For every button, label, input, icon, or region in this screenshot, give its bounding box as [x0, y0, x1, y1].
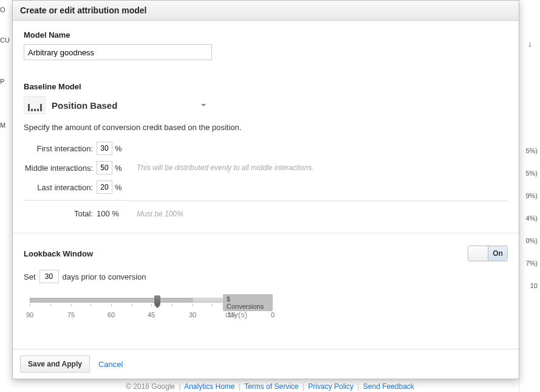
lookback-toggle-on[interactable]: On	[488, 246, 507, 261]
save-and-apply-button[interactable]: Save and Apply	[20, 356, 90, 373]
lookback-days-input[interactable]	[39, 270, 59, 283]
total-label: Total:	[24, 200, 97, 218]
lookback-window-label: Lookback Window	[24, 249, 93, 258]
page-footer: © 2016 Google | Analytics Home | Terms o…	[0, 381, 540, 392]
cancel-button[interactable]: Cancel	[98, 360, 123, 369]
modal-footer: Save and Apply Cancel	[13, 349, 519, 379]
days-unit-label: day(s)	[225, 310, 247, 319]
attribution-model-modal: Create or edit attribution model Model N…	[12, 0, 519, 379]
last-interaction-input[interactable]	[97, 181, 112, 194]
position-description: Specify the amount of conversion credit …	[24, 123, 508, 132]
background-left-column: O CU P M	[0, 0, 12, 392]
total-value: 100 %	[97, 200, 127, 218]
baseline-model-value: Position Based	[52, 100, 117, 111]
footer-link-privacy[interactable]: Privacy Policy	[308, 382, 354, 391]
baseline-model-dropdown[interactable]: Position Based	[52, 100, 206, 111]
footer-link-feedback[interactable]: Send Feedback	[363, 382, 414, 391]
model-name-label: Model Name	[24, 30, 508, 40]
total-hint: Must be 100%	[127, 201, 508, 218]
lookback-toggle-off[interactable]	[468, 246, 488, 261]
slider-active-region	[30, 298, 193, 303]
middle-interactions-label: Middle interactions:	[24, 163, 97, 173]
copyright: © 2016 Google	[126, 382, 175, 391]
lookback-set-suffix: days prior to conversion	[63, 272, 146, 281]
middle-interactions-input[interactable]	[97, 161, 112, 174]
last-interaction-label: Last interaction:	[24, 183, 97, 192]
modal-title: Create or edit attribution model	[13, 1, 519, 21]
conversions-badge: $ Conversions	[223, 294, 273, 311]
position-based-icon	[24, 96, 46, 114]
footer-link-tos[interactable]: Terms of Service	[244, 382, 298, 391]
first-interaction-input[interactable]	[97, 142, 112, 155]
baseline-model-label: Baseline Model	[24, 82, 508, 91]
lookback-set-prefix: Set	[24, 272, 36, 281]
chevron-down-icon	[201, 104, 206, 106]
middle-interactions-hint: This will be distributed evenly to all m…	[127, 163, 508, 172]
footer-link-home[interactable]: Analytics Home	[184, 382, 234, 391]
lookback-slider[interactable]: $ Conversions 90 75 60 45 30 15 0 day(s)	[30, 294, 273, 325]
background-right-column: ↓ 5%) 5%) 9%) 4%) 0%) 7%) 10	[519, 0, 540, 392]
lookback-toggle[interactable]: On	[468, 246, 508, 261]
first-interaction-label: First interaction:	[24, 144, 97, 153]
model-name-input[interactable]	[24, 44, 212, 60]
sort-arrow-icon: ↓	[528, 33, 535, 55]
modal-body: Model Name Baseline Model Position Based…	[13, 21, 519, 349]
